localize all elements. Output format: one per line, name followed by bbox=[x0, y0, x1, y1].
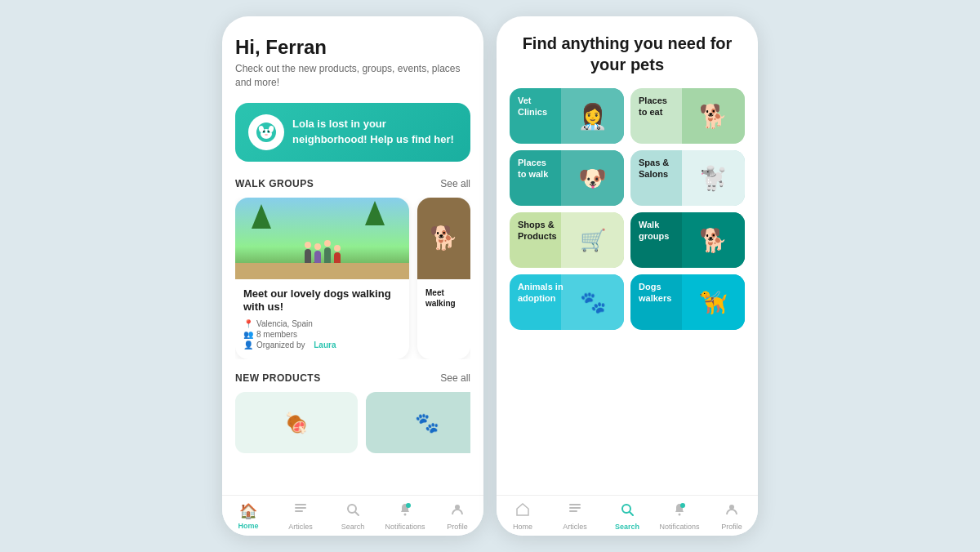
articles-icon-right bbox=[568, 502, 582, 521]
walk-groups-header: WALK GROUPS See all bbox=[235, 178, 470, 189]
articles-label-right: Articles bbox=[563, 523, 587, 531]
profile-label-right: Profile bbox=[721, 523, 742, 531]
nav-notifications-left[interactable]: Notifications bbox=[379, 502, 431, 531]
vet-clinics-img: 👩‍⚕️ bbox=[561, 88, 624, 144]
category-dogs-walkers[interactable]: Dogswalkers 🦮 bbox=[630, 274, 745, 330]
nav-profile-right[interactable]: Profile bbox=[706, 502, 758, 531]
group-meta-members-1: 👥 8 members bbox=[243, 330, 401, 339]
walk-groups-see-all[interactable]: See all bbox=[440, 178, 470, 189]
search-icon-left bbox=[345, 502, 360, 521]
park-scene bbox=[235, 198, 409, 279]
notifications-label-right: Notifications bbox=[659, 523, 699, 531]
lost-banner-text: Lola is lost in your neighborhood! Help … bbox=[292, 117, 457, 146]
svg-point-8 bbox=[265, 134, 268, 136]
dog-icon bbox=[248, 114, 284, 150]
nav-notifications-right[interactable]: Notifications bbox=[653, 502, 706, 531]
category-animals-adoption[interactable]: Animals inadoption 🐾 bbox=[510, 274, 624, 330]
animals-adoption-img: 🐾 bbox=[561, 274, 624, 330]
dogs-walkers-img: 🦮 bbox=[682, 274, 745, 330]
search-label-left: Search bbox=[341, 523, 365, 531]
places-eat-img: 🐕 bbox=[682, 88, 745, 144]
new-products-section: NEW PRODUCTS See all 🍖 🐾 bbox=[235, 372, 470, 457]
greeting-subtitle: Check out the new products, groups, even… bbox=[235, 62, 470, 90]
home-label-left: Home bbox=[238, 522, 258, 530]
svg-point-7 bbox=[268, 131, 270, 132]
places-walk-label: Placesto walk bbox=[518, 157, 548, 180]
dogs-walkers-label: Dogswalkers bbox=[639, 281, 671, 305]
category-shops-products[interactable]: Shops &Products 🛒 bbox=[510, 212, 624, 268]
spas-salons-label: Spas &Salons bbox=[639, 157, 669, 180]
svg-line-13 bbox=[355, 512, 359, 515]
products-list: 🍖 🐾 bbox=[235, 392, 470, 457]
app-container: Hi, Ferran Check out the new products, g… bbox=[0, 0, 980, 552]
park-path bbox=[235, 263, 409, 279]
nav-home-left[interactable]: 🏠 Home bbox=[222, 502, 274, 531]
category-spas-salons[interactable]: Spas &Salons 🐩 bbox=[630, 150, 745, 206]
walk-group-card-2[interactable]: 🐕 Meet walking bbox=[417, 198, 470, 360]
svg-rect-17 bbox=[569, 504, 581, 505]
notifications-label-left: Notifications bbox=[385, 523, 425, 531]
nav-articles-left[interactable]: Articles bbox=[274, 502, 327, 531]
group-card-1-title: Meet our lovely dogs walking with us! bbox=[243, 287, 401, 315]
places-walk-img: 🐶 bbox=[561, 150, 624, 206]
home-icon-right bbox=[515, 502, 530, 521]
shops-products-img: 🛒 bbox=[561, 212, 624, 268]
svg-point-22 bbox=[679, 514, 681, 516]
new-products-header: NEW PRODUCTS See all bbox=[235, 372, 470, 384]
group-meta-location-1: 📍 Valencia, Spain bbox=[243, 319, 401, 328]
product-card-2[interactable]: 🐾 bbox=[366, 392, 470, 453]
group-card-2-title: Meet walking bbox=[425, 287, 462, 309]
right-bottom-nav: Home Articles bbox=[497, 495, 758, 536]
walk-groups-label: Walkgroups bbox=[639, 219, 669, 243]
category-places-walk[interactable]: Placesto walk 🐶 bbox=[510, 150, 624, 206]
greeting-title: Hi, Ferran bbox=[235, 36, 470, 59]
right-phone-content: Find anything you need for your pets Vet… bbox=[497, 16, 758, 495]
new-products-see-all[interactable]: See all bbox=[440, 372, 470, 384]
search-label-right: Search bbox=[615, 523, 639, 531]
articles-icon-left bbox=[293, 502, 308, 521]
home-label-right: Home bbox=[513, 523, 532, 531]
spas-salons-img: 🐩 bbox=[682, 150, 745, 206]
nav-articles-right[interactable]: Articles bbox=[549, 502, 601, 531]
svg-rect-18 bbox=[569, 507, 581, 509]
notifications-icon-left bbox=[398, 502, 412, 521]
nav-search-right[interactable]: Search bbox=[601, 502, 653, 531]
profile-label-left: Profile bbox=[447, 523, 468, 531]
tree-2 bbox=[365, 201, 385, 225]
category-vet-clinics[interactable]: VetClinics 👩‍⚕️ bbox=[510, 88, 624, 144]
places-eat-label: Placesto eat bbox=[639, 95, 667, 118]
product-card-1[interactable]: 🍖 bbox=[235, 392, 358, 453]
svg-rect-11 bbox=[295, 510, 303, 512]
right-phone: Find anything you need for your pets Vet… bbox=[497, 16, 758, 536]
svg-point-23 bbox=[680, 503, 685, 508]
svg-line-21 bbox=[630, 512, 633, 515]
group-card-2-img: 🐕 bbox=[417, 198, 470, 279]
lost-banner[interactable]: Lola is lost in your neighborhood! Help … bbox=[235, 103, 470, 162]
find-title: Find anything you need for your pets bbox=[510, 33, 745, 75]
profile-icon-right bbox=[724, 502, 739, 521]
walk-group-card-1[interactable]: Meet our lovely dogs walking with us! 📍 … bbox=[235, 198, 409, 360]
svg-point-15 bbox=[406, 503, 411, 508]
animals-adoption-label: Animals inadoption bbox=[518, 281, 564, 305]
tree-1 bbox=[252, 204, 271, 229]
search-icon-right bbox=[620, 502, 635, 521]
svg-point-6 bbox=[263, 131, 265, 132]
category-places-eat[interactable]: Placesto eat 🐕 bbox=[630, 88, 745, 144]
vet-clinics-label: VetClinics bbox=[518, 95, 547, 118]
group-meta-organizer-1: 👤 Organized by Laura bbox=[243, 341, 401, 349]
group-card-2-body: Meet walking bbox=[417, 279, 470, 322]
svg-rect-19 bbox=[569, 510, 577, 512]
profile-icon-left bbox=[450, 502, 465, 521]
greeting-section: Hi, Ferran Check out the new products, g… bbox=[235, 36, 470, 90]
category-walk-groups[interactable]: Walkgroups 🐕 bbox=[630, 212, 745, 268]
svg-rect-10 bbox=[295, 507, 306, 509]
left-phone-content: Hi, Ferran Check out the new products, g… bbox=[222, 16, 483, 495]
shops-products-label: Shops &Products bbox=[518, 219, 557, 243]
svg-point-14 bbox=[404, 514, 407, 516]
walk-groups-img: 🐕 bbox=[682, 212, 745, 268]
svg-rect-9 bbox=[295, 504, 306, 505]
nav-profile-left[interactable]: Profile bbox=[431, 502, 483, 531]
group-card-1-body: Meet our lovely dogs walking with us! 📍 … bbox=[235, 279, 409, 360]
nav-search-left[interactable]: Search bbox=[327, 502, 379, 531]
nav-home-right[interactable]: Home bbox=[497, 502, 549, 531]
